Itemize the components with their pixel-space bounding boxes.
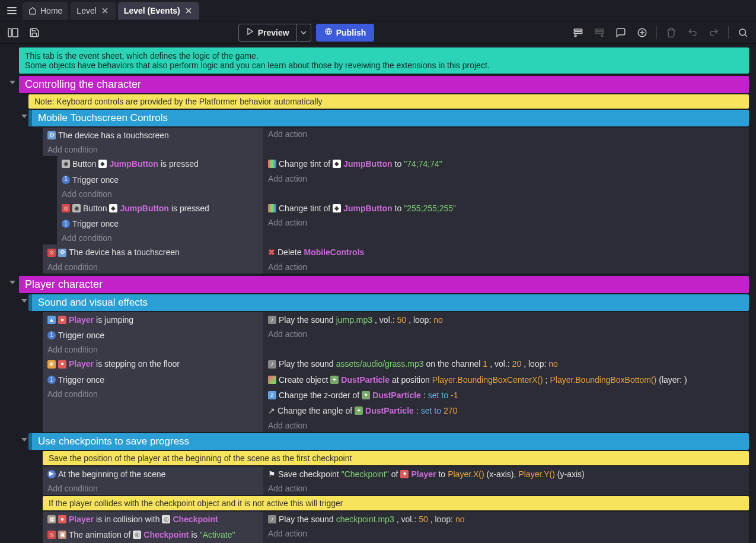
value: Player.X() <box>448 468 484 480</box>
chevron-down-icon[interactable] <box>21 299 27 303</box>
action[interactable]: ♪ Play the sound jump.mp3 , vol.: 50 , l… <box>263 312 749 328</box>
add-action[interactable]: Add action <box>263 482 749 495</box>
action-column: ⚑ Save checkpoint "Checkpoint" of ● Play… <box>263 466 749 495</box>
group-mobile-controls[interactable]: Mobile Touchscreen Controls <box>28 110 749 126</box>
intro-comment[interactable]: This tab is the event sheet, which defin… <box>19 47 749 74</box>
group-sound-visual[interactable]: Sound and visual effects <box>28 294 749 311</box>
chevron-down-icon[interactable] <box>21 438 27 442</box>
object-ref: Player <box>69 314 94 326</box>
event-row[interactable]: ▲ ● Player is jumping 1 Trigger once Add… <box>43 312 749 357</box>
condition[interactable]: ▦ ● Player is in collision with ◎ Checkp… <box>43 512 263 527</box>
add-event-button[interactable] <box>634 24 650 41</box>
event-row[interactable]: ⦸ ⚙ The device has a touchscreen Add con… <box>43 244 749 273</box>
add-condition[interactable]: Add condition <box>57 188 263 201</box>
text: (y-axis) <box>557 468 585 480</box>
condition-column: ▶ At the beginning of the scene Add cond… <box>43 466 263 495</box>
comment-button[interactable] <box>613 24 629 41</box>
value: "74;74;74" <box>404 158 442 170</box>
event-row[interactable]: ◉ Button ◆ JumpButton is pressed 1 Trigg… <box>57 156 749 201</box>
value: checkpoint.mp3 <box>336 513 394 525</box>
event-row[interactable]: ▦ ● Player is in collision with ◎ Checkp… <box>43 512 749 543</box>
add-action[interactable]: Add action <box>263 328 749 341</box>
condition[interactable]: ⦸ ▣ The animation of ◎ Checkpoint is "Ac… <box>43 527 263 542</box>
object-ref: JumpButton <box>343 202 392 214</box>
condition[interactable]: 1 Trigger once <box>57 216 263 231</box>
condition[interactable]: ▲ ● Player is jumping <box>43 312 263 328</box>
add-action[interactable]: Add action <box>263 128 749 141</box>
chevron-down-icon[interactable] <box>9 281 15 284</box>
tab-level-events[interactable]: Level (Events) <box>118 2 199 20</box>
add-action[interactable]: Add action <box>263 216 749 229</box>
group-controlling-character[interactable]: Controlling the character <box>19 76 749 93</box>
condition[interactable]: ◈ ● Player is stepping on the floor <box>43 356 263 371</box>
event-sheet[interactable]: This tab is the event sheet, which defin… <box>0 44 756 543</box>
note-keyboard[interactable]: Note: Keyboard controls are provided by … <box>28 94 749 109</box>
condition[interactable]: ◉ Button ◆ JumpButton is pressed <box>57 156 263 172</box>
search-button[interactable] <box>735 24 751 41</box>
action[interactable]: Change tint of ◆ JumpButton to "255;255;… <box>263 201 749 216</box>
condition-text: The device has a touchscreen <box>58 129 169 141</box>
close-icon[interactable] <box>184 6 193 15</box>
group-label: Controlling the character <box>25 78 141 90</box>
tab-level[interactable]: Level <box>71 2 115 20</box>
add-action[interactable]: Add action <box>263 527 749 540</box>
preview-dropdown[interactable] <box>297 24 311 42</box>
condition[interactable]: ⦸ ◉ Button ◆ JumpButton is pressed <box>57 201 263 216</box>
panel-toggle-button[interactable] <box>5 24 21 41</box>
add-condition[interactable]: Add condition <box>57 231 263 244</box>
close-icon[interactable] <box>100 6 110 15</box>
add-action[interactable]: Add action <box>263 261 749 274</box>
text: At the beginning of the scene <box>58 468 165 480</box>
add-condition[interactable]: Add condition <box>43 143 263 156</box>
publish-label: Publish <box>336 28 366 37</box>
event-row[interactable]: ▶ At the beginning of the scene Add cond… <box>43 466 749 495</box>
action[interactable]: ↗ Change the angle of ✦ DustParticle: se… <box>263 403 749 418</box>
group-checkpoints[interactable]: Use checkpoints to save progress <box>28 433 749 450</box>
value: set to <box>421 405 441 417</box>
event-row[interactable]: ⚙ The device has a touchscreen Add condi… <box>43 128 749 156</box>
note-save-position[interactable]: Save the position of the player at the b… <box>43 451 749 465</box>
text: Trigger once <box>72 174 119 186</box>
action[interactable]: Create object ✦ DustParticle at position… <box>263 372 749 388</box>
note-collide[interactable]: If the player collides with the checkpoi… <box>43 496 749 510</box>
action[interactable]: ⚑ Save checkpoint "Checkpoint" of ● Play… <box>263 466 749 482</box>
condition[interactable]: ⦸ ⚙ The device has a touchscreen <box>43 244 263 260</box>
svg-rect-8 <box>595 31 604 33</box>
action[interactable]: ✖ Delete MobileControls <box>263 244 749 260</box>
event-row[interactable]: ◈ ● Player is stepping on the floor 1 Tr… <box>43 356 749 431</box>
menu-button[interactable] <box>4 2 20 19</box>
action[interactable]: z Change the z-order of ✦ DustParticle: … <box>263 388 749 403</box>
text: on the channel <box>426 358 480 370</box>
action[interactable]: Change tint of ◆ JumpButton to "74;74;74… <box>263 156 749 172</box>
chevron-down-icon[interactable] <box>21 115 27 118</box>
add-action[interactable]: Add action <box>263 172 749 185</box>
action-column: ✖ Delete MobileControls Add action <box>263 244 749 273</box>
save-button[interactable] <box>26 24 43 41</box>
preview-button[interactable]: Preview <box>238 24 297 42</box>
action[interactable]: ♪ Play the sound assets/audio/grass.mp3 … <box>263 356 749 371</box>
condition[interactable]: ▶ At the beginning of the scene <box>43 466 263 482</box>
condition[interactable]: 1 Trigger once <box>57 172 263 188</box>
condition[interactable]: 1 Trigger once <box>43 372 263 388</box>
add-condition[interactable]: Add condition <box>43 261 263 274</box>
action[interactable]: ♪ Play the sound checkpoint.mp3 , vol.: … <box>263 512 749 527</box>
object-icon: ◎ <box>133 531 141 539</box>
condition[interactable]: 1 Trigger once <box>43 328 263 343</box>
group-player-character[interactable]: Player character <box>19 276 749 293</box>
text: to <box>438 468 445 480</box>
add-condition[interactable]: Add condition <box>43 388 263 401</box>
events-tool-disabled-button <box>591 24 608 41</box>
add-condition[interactable]: Add condition <box>43 482 263 495</box>
add-action[interactable]: Add action <box>263 419 749 432</box>
event-row[interactable]: ⦸ ◉ Button ◆ JumpButton is pressed 1 Tri… <box>57 201 749 245</box>
text: is jumping <box>96 314 133 326</box>
tab-home[interactable]: Home <box>23 2 68 20</box>
add-condition[interactable]: Add condition <box>43 343 263 356</box>
text: (x-axis), <box>487 468 516 480</box>
publish-button[interactable]: Publish <box>316 24 375 42</box>
value: -1 <box>451 389 458 401</box>
events-tool-button[interactable] <box>570 24 586 41</box>
condition[interactable]: ⚙ The device has a touchscreen <box>43 128 263 143</box>
text: , loop: <box>409 314 431 326</box>
chevron-down-icon[interactable] <box>9 81 15 84</box>
